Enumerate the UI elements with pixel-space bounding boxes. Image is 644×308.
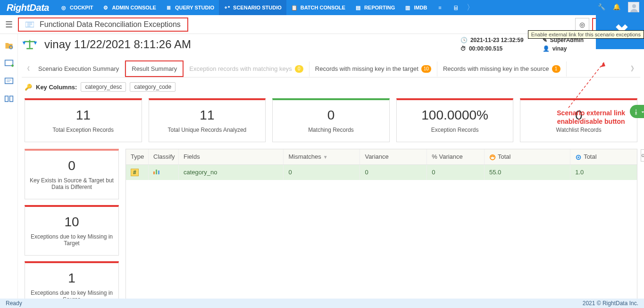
- clock-icon: 🕓: [460, 37, 468, 43]
- col-pct-variance[interactable]: % Variance: [427, 149, 485, 164]
- badge-matching-keys: 0: [295, 65, 303, 73]
- run-timestamp: 2021-11-23 12:32:59: [470, 37, 524, 43]
- cell-total-target: 1.0: [570, 165, 637, 180]
- side-summary-cards: 0Key Exists in Source & Target but Data …: [25, 149, 119, 308]
- scenario-icon[interactable]: [4, 77, 14, 86]
- svg-point-19: [490, 154, 495, 160]
- tab-execution-summary[interactable]: Scenario Execution Summary: [33, 61, 125, 76]
- sort-desc-icon: ▼: [323, 154, 328, 160]
- nav-scenario-studio[interactable]: ⚬ᵒSCENARIO STUDIO: [219, 0, 286, 15]
- nav-more-cyl[interactable]: ⌸: [448, 0, 464, 15]
- svg-rect-6: [5, 60, 13, 66]
- tab-missing-key-target[interactable]: Records with missing key in the target10: [309, 61, 437, 77]
- result-tabs: 《 Scenario Execution Summary Result Summ…: [22, 60, 640, 77]
- page-title: Functional Data Reconciliation Exception…: [40, 20, 181, 29]
- nav-reporting[interactable]: ▤REPORTING: [350, 0, 400, 15]
- svg-rect-9: [5, 78, 13, 84]
- nav-right: 🔧 🔔: [598, 2, 644, 13]
- nav-batch-console[interactable]: 📋BATCH CONSOLE: [286, 0, 350, 15]
- col-variance[interactable]: Variance: [360, 149, 427, 164]
- tooltip: Enable external link for this scenario e…: [528, 30, 644, 39]
- recon-icon: [25, 21, 34, 28]
- top-nav: RightData ◎COCKPIT ⚙ADMIN CONSOLE ≣QUERY…: [0, 0, 644, 15]
- key-chip-1[interactable]: category_code: [130, 82, 176, 92]
- svg-point-21: [577, 156, 579, 158]
- card-exception-pct: 100.0000%Exception Records: [396, 98, 514, 142]
- key-icon[interactable]: 🔧: [598, 3, 606, 12]
- card-total-exceptions: 11Total Exception Records: [25, 98, 142, 142]
- tabs-scroll-right[interactable]: 》: [628, 65, 640, 73]
- card-missing-target: 10Exceptions due to key Missing in Targe…: [25, 205, 119, 256]
- cylinder-icon: ⌸: [452, 4, 459, 11]
- source-total-icon: [489, 154, 496, 161]
- timer-icon: ⏱: [460, 45, 466, 52]
- callout-text: Scenario external link enable/disable bu…: [557, 109, 625, 126]
- balance-icon: [22, 38, 38, 51]
- tabs-scroll-left[interactable]: 《: [22, 65, 33, 72]
- cell-classify: [149, 165, 179, 180]
- nav-more-db[interactable]: ≡: [432, 0, 448, 15]
- add-scenario-icon[interactable]: [4, 59, 14, 68]
- key-columns-label: Key Columns:: [36, 84, 77, 91]
- bell-icon[interactable]: 🔔: [613, 3, 621, 12]
- badge-missing-source: 1: [552, 65, 560, 73]
- tab-exception-matching-keys[interactable]: Exception records with matching keys0: [184, 61, 309, 77]
- copyright: 2021 © RightData Inc.: [583, 300, 638, 307]
- nav-scroll-right[interactable]: 〉: [464, 3, 477, 13]
- col-mismatches[interactable]: Mismatches▼: [284, 149, 360, 164]
- scenario-title: vinay 11/22/2021 8:11:26 AM: [44, 38, 191, 51]
- col-type[interactable]: Type: [126, 149, 149, 164]
- table-header: Type Classify Fields Mismatches▼ Varianc…: [126, 149, 637, 165]
- nav-query-studio[interactable]: ≣QUERY STUDIO: [161, 0, 219, 15]
- col-total-source[interactable]: Total: [485, 149, 570, 164]
- tab-missing-key-source[interactable]: Records with missing key in the source1: [437, 61, 567, 77]
- card-matching-records: 0Matching Records: [272, 98, 390, 142]
- refresh-button[interactable]: ◎: [575, 18, 589, 31]
- hamburger-menu[interactable]: ☰: [0, 19, 18, 30]
- col-classify[interactable]: Classify: [149, 149, 179, 164]
- cell-fields: category_no: [179, 165, 284, 180]
- book-icon: ▥: [404, 4, 411, 11]
- report-icon: ▤: [355, 4, 361, 11]
- subheader: ☰ Functional Data Reconciliation Excepti…: [0, 15, 644, 34]
- breadcrumb-highlight: Functional Data Reconciliation Exception…: [18, 17, 188, 32]
- user-icon: 👤: [543, 45, 550, 52]
- share-icon: ⚬ᵒ: [224, 4, 230, 11]
- cell-pct-variance: 0: [427, 165, 485, 180]
- cell-type: #: [126, 165, 149, 180]
- status-bar: Ready 2021 © RightData Inc.: [0, 299, 644, 308]
- svg-rect-13: [9, 96, 13, 102]
- svg-marker-17: [34, 42, 37, 45]
- download-button[interactable]: ⭳ ▾: [630, 105, 644, 118]
- nav-imdb[interactable]: ▥IMDB: [400, 0, 432, 15]
- target-total-icon: [575, 154, 582, 161]
- db-icon: ≣: [166, 4, 172, 11]
- nav-cockpit[interactable]: ◎COCKPIT: [56, 0, 98, 15]
- run-elapsed: 00:00:00.515: [469, 45, 502, 52]
- results-table: ⊙→.000 Type Classify Fields Mismatches▼ …: [125, 149, 637, 308]
- decimal-toggle-button[interactable]: ⊙→.000: [641, 149, 644, 162]
- key-chip-0[interactable]: category_desc: [81, 82, 126, 92]
- nav-admin-console[interactable]: ⚙ADMIN CONSOLE: [98, 0, 161, 15]
- col-fields[interactable]: Fields: [179, 149, 284, 164]
- table-row[interactable]: # category_no 0 0 0 55.0 1.0: [126, 165, 637, 180]
- svg-rect-12: [5, 96, 8, 102]
- main-content: ✖ vinay 11/22/2021 8:11:26 AM 🕓2021-11-2…: [18, 34, 644, 308]
- folder-search-icon[interactable]: [4, 41, 14, 50]
- title-bar: vinay 11/22/2021 8:11:26 AM 🕓2021-11-23 …: [22, 37, 640, 52]
- target-icon: ◎: [579, 21, 585, 28]
- cell-total-source: 55.0: [485, 165, 570, 180]
- key-icon-small: 🔑: [25, 84, 32, 91]
- brand-logo: RightData: [0, 2, 56, 13]
- svg-rect-18: [26, 48, 33, 50]
- tab-result-summary[interactable]: Result Summary: [125, 60, 184, 77]
- user-avatar[interactable]: [628, 2, 639, 13]
- gear-icon: ⚙: [102, 4, 109, 11]
- gauge-icon: ◎: [60, 4, 67, 11]
- download-icon: ⭳ ▾: [633, 108, 644, 115]
- card-unique-records: 11Total Unique Records Analyzed: [149, 98, 266, 142]
- cell-mismatches: 0: [284, 165, 360, 180]
- classify-bars-icon: [153, 169, 159, 174]
- col-total-target[interactable]: Total: [570, 149, 637, 164]
- compare-icon[interactable]: [4, 94, 14, 104]
